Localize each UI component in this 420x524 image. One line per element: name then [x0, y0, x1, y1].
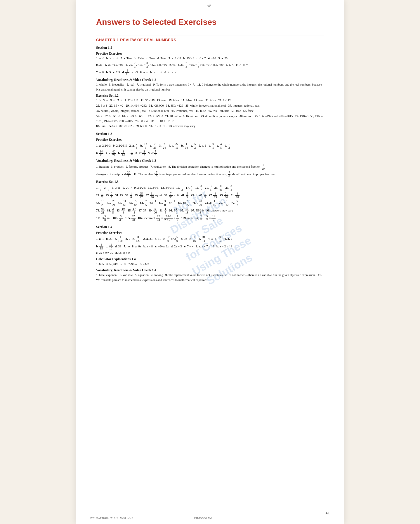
es-1-3-line1: 1. 38 3. 57 5. 3·11 7. 2·7·7 9. 2·2·2·5 …: [96, 184, 324, 192]
exercise-set-1-2-heading: Exercise Set 1.2: [96, 94, 324, 97]
calc-1-4-line1: 1. 625 3. 59,049 5. 30 7. 9857 9. 2376: [96, 262, 324, 267]
footer-file: Z07_MART8978_07_AIE_ANS1.indd 1: [90, 517, 133, 520]
es-1-2-line2: 25. 5 ≥ 4 27. 15 ≠ −2 29. 14,494; −282 3…: [96, 103, 324, 108]
es-1-3-line3: 53. 1620 55. 2321 57. 1160 59. 566 61. 7…: [96, 199, 324, 207]
main-title: Answers to Selected Exercises: [96, 18, 324, 27]
page-number: A1: [325, 511, 330, 515]
vocab-1-2-heading: Vocabulary, Readiness & Video Check 1.2: [96, 78, 324, 81]
vocab-1-3-line2: changes to its reciprocal 201. 11. The n…: [96, 171, 324, 178]
pe-1-4-line3: c. 2x + 9 ≠ 25 d. 5(11) ≥ x: [96, 251, 324, 256]
practice-exercises-1-4-heading: Practice Exercises: [96, 231, 324, 235]
practice-exercises-1-2-heading: Practice Exercises: [96, 52, 324, 55]
es-1-2-line3: 39. natural, whole, integers, rational, …: [96, 109, 324, 114]
section-1-2-heading: Section 1.2: [96, 46, 324, 50]
es-1-3-line4: 79. 6521 81. 25 83. 109 85. 173 87. 37 8…: [96, 207, 324, 214]
page: ⊕ Answers to Selected Exercises CHAPTER …: [76, 0, 344, 524]
pe-1-3-line1: 1. a. 2·2·3·3 b. 2·2·2·5·5 2. a. 78 b. 1…: [96, 142, 324, 150]
vocab-1-2-line1: 1. whole 3. inequality 5. real 7. irrati…: [96, 82, 324, 92]
es-1-3-line5: 101. 338 mi 103. 340 105. 3740 107. inco…: [96, 215, 324, 222]
section-1-4-heading: Section 1.4: [96, 225, 324, 229]
vocab-1-4-heading: Vocabulary, Readiness & Video Check 1.4: [96, 268, 324, 272]
vocab-1-4-line1: 1. base; exponent 3. variable 5. equatio…: [96, 273, 324, 283]
footer-info: Z07_MART8978_07_AIE_ANS1.indd 1 11/11/15…: [90, 517, 212, 520]
pe-1-2-line3: 7. a. 8 b. 9 c. 2.5 d. 511 e. √3 8. a. −…: [96, 69, 324, 76]
pe-1-2-line2: b. 25 c. 25, −15, −99 d. 25, 73, −15, −3…: [96, 61, 324, 69]
es-1-2-line4: 55. > 57. > 59. < 61. < 63. > 65. − 67. …: [96, 114, 324, 124]
practice-exercises-1-3-heading: Practice Exercises: [96, 138, 324, 141]
pe-1-4-line2: b. 815 c. 1910 d. 33 7. no 8. a. 6x b. x…: [96, 243, 324, 250]
section-1-3-heading: Section 1.3: [96, 132, 324, 136]
pe-1-3-line2: 6. 1421 7. a. 4677 b. 114 c. 12 8. 22111…: [96, 150, 324, 157]
footer-date: 11/11/15 9:50 AM: [192, 517, 212, 520]
es-1-2-line1: 1. > 3. = 5. < 7. < 9. 32 < 212 11. 30 ≤…: [96, 98, 324, 103]
es-1-2-line5: 83. Sun 85. Sun 87. 20 ≤ 25 89. 6 > 0 91…: [96, 124, 324, 129]
vocab-1-3-heading: Vocabulary, Readiness & Video Check 1.3: [96, 159, 324, 162]
chapter-heading: CHAPTER 1 REVIEW OF REAL NUMBERS: [96, 38, 324, 43]
pe-1-4-line1: 1. a. 1 b. 25 c. 1100 d. 9 e. 8125 2. a.…: [96, 235, 324, 243]
es-1-3-line2: 27. 12 29. 67 31. 15 33. 16 35. 2527 37.…: [96, 192, 324, 199]
vocab-1-3-line1: 1. fraction 3. product 5. factors, produ…: [96, 163, 324, 171]
circle-decoration: ⊕: [207, 2, 213, 8]
calc-explorations-heading: Calculator Explorations 1.4: [96, 257, 324, 261]
pe-1-2-line1: 1. a. < b. > c. < 2. a. True b. False c.…: [96, 56, 324, 61]
exercise-set-1-3-heading: Exercise Set 1.3: [96, 180, 324, 183]
